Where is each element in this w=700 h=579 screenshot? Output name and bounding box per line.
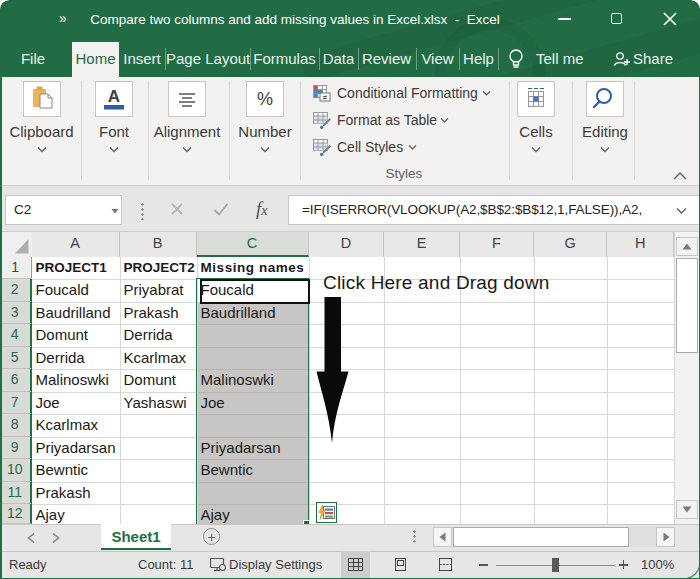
svg-text:A: A: [108, 87, 120, 106]
svg-text:%: %: [257, 89, 273, 109]
svg-text:≠: ≠: [323, 93, 328, 102]
